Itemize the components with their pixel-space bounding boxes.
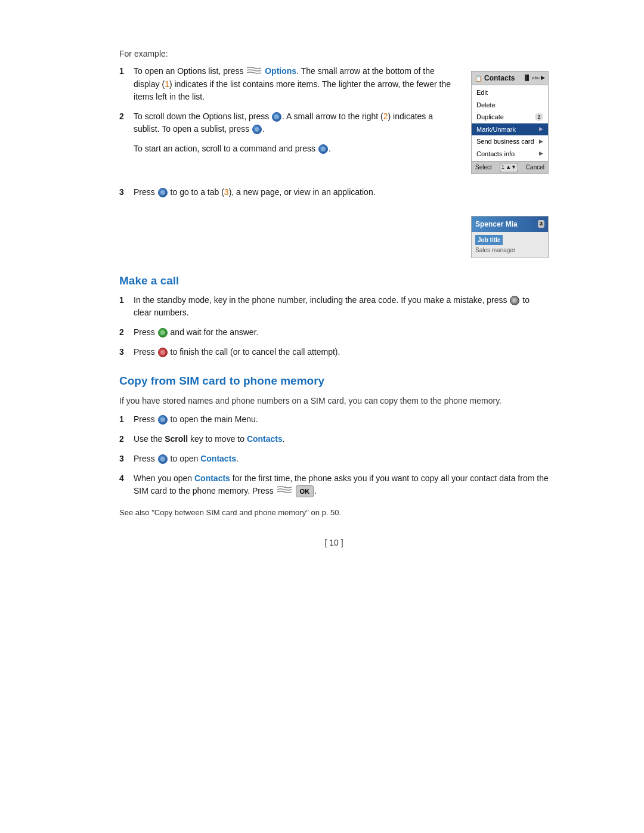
step-text-2: To scroll down the Options list, press .… (134, 110, 453, 135)
num-3-orange: 3 (224, 187, 229, 197)
make-call-text-3: Press to finish the call (or to cancel t… (134, 346, 549, 358)
nav-circle-icon-2 (252, 125, 262, 134)
contacts-title: Contacts (484, 73, 515, 83)
copy-step-2: 2 Use the Scroll key to move to Contacts… (119, 433, 549, 445)
copy-text-2: Use the Scroll key to move to Contacts. (134, 433, 549, 445)
page-number: [ 10 ] (119, 537, 549, 549)
nav-circle-icon-4 (158, 188, 168, 197)
copy-text-3: Press to open Contacts. (134, 453, 549, 465)
copy-num-4: 4 (119, 472, 128, 498)
step3-text-area: 3 Press to go to a tab (3), a new page, … (119, 186, 465, 258)
make-call-text-1: In the standby mode, key in the phone nu… (134, 294, 549, 319)
contacts-link-2: Contacts (200, 454, 236, 463)
step-text-3: Press to go to a tab (3), a new page, or… (134, 186, 465, 199)
spencer-card: Spencer Mia 3 Job title Sales manager (471, 216, 549, 258)
menu-key-icon (246, 66, 262, 78)
card-body: Job title Sales manager (472, 232, 548, 258)
step-num-2: 2 (119, 110, 128, 135)
steps-text-col1: 1 To open an Options list, press Options… (119, 65, 453, 162)
nav-circle-icon-1 (272, 112, 281, 122)
steps-with-image-section: 1 To open an Options list, press Options… (119, 65, 549, 174)
copy-step-4: 4 When you open Contacts for the first t… (119, 472, 549, 498)
copy-step-1: 1 Press to open the main Menu. (119, 413, 549, 426)
menu-item-delete: Delete (472, 99, 548, 112)
menu-item-edit: Edit (472, 86, 548, 99)
card-badge-3: 3 (538, 220, 544, 228)
make-call-step-1: 1 In the standby mode, key in the phone … (119, 294, 549, 319)
to-start-action: To start an action, scroll to a command … (134, 143, 453, 155)
contacts-link-1: Contacts (247, 434, 283, 444)
nav-circle-icon-3 (318, 144, 328, 154)
menu-item-markunmark: Mark/Unmark ▶ (472, 123, 548, 136)
footer-select: Select (475, 163, 492, 172)
copy-text-4: When you open Contacts for the first tim… (134, 472, 549, 498)
make-call-text-2: Press and wait for the answer. (134, 326, 549, 339)
contacts-screen: 📋 Contacts ▐▌ abc ▶ Edit Delete (471, 71, 549, 174)
make-call-num-1: 1 (119, 294, 128, 319)
copy-num-1: 1 (119, 413, 128, 426)
menu-icon-2 (158, 454, 168, 464)
make-call-step-3: 3 Press to finish the call (or to cancel… (119, 346, 549, 358)
menu-icon-1 (158, 415, 168, 425)
make-call-step-2: 2 Press and wait for the answer. (119, 326, 549, 339)
contacts-footer: Select 1 ▲▼ Cancel (472, 161, 548, 174)
contacts-screen-header: 📋 Contacts ▐▌ abc ▶ (472, 72, 548, 85)
arrow-icon-3: ▶ (539, 150, 543, 158)
ok-button: OK (296, 485, 314, 498)
make-call-num-2: 2 (119, 326, 128, 339)
step3-row: 3 Press to go to a tab (3), a new page, … (119, 186, 549, 258)
step-item-2: 2 To scroll down the Options list, press… (119, 110, 453, 135)
step-item-3: 3 Press to go to a tab (3), a new page, … (119, 186, 465, 199)
call-icon (158, 328, 168, 337)
contacts-icon-small: 📋 (475, 74, 482, 83)
right-column: 📋 Contacts ▐▌ abc ▶ Edit Delete (471, 65, 549, 174)
copy-section-heading: Copy from SIM card to phone memory (119, 373, 549, 390)
badge-2: 2 (535, 113, 543, 121)
abc-label: abc (532, 75, 540, 82)
copy-step-3: 3 Press to open Contacts. (119, 453, 549, 465)
num-2-orange: 2 (383, 112, 388, 121)
see-also-text: See also "Copy between SIM card and phon… (119, 507, 549, 519)
for-example-label: For example: (119, 48, 549, 60)
make-a-call-heading: Make a call (119, 272, 549, 290)
job-title-value: Sales manager (475, 246, 544, 255)
num-1-orange: 1 (165, 79, 169, 89)
footer-stepper: 1 ▲▼ (500, 163, 518, 172)
job-title-label: Job title (475, 235, 503, 245)
copy-num-2: 2 (119, 433, 128, 445)
header-icons: ▐▌ abc ▶ (523, 74, 545, 82)
menu-item-duplicate: Duplicate 2 (472, 111, 548, 123)
card-header: Spencer Mia 3 (472, 216, 548, 232)
step-num-3: 3 (119, 186, 128, 199)
step-num-1: 1 (119, 65, 128, 103)
contacts-link-3: Contacts (194, 473, 230, 483)
spencer-name: Spencer Mia (475, 219, 518, 230)
make-call-num-3: 3 (119, 346, 128, 358)
page: For example: 1 To open an Options list, … (0, 0, 644, 833)
arrow-icon: ▶ (539, 125, 543, 134)
contacts-menu-list: Edit Delete Duplicate 2 Mark/Unmark ▶ Se… (472, 85, 548, 161)
signal-icon: ▐▌ (523, 74, 531, 82)
step-item-1: 1 To open an Options list, press Options… (119, 65, 453, 103)
copy-text-1: Press to open the main Menu. (134, 413, 549, 426)
copy-section-intro: If you have stored names and phone numbe… (119, 395, 549, 407)
menu-item-contacts-info: Contacts info ▶ (472, 148, 548, 160)
content-area: For example: 1 To open an Options list, … (119, 48, 549, 549)
scroll-bold: Scroll (165, 434, 188, 444)
step-text-1: To open an Options list, press Options. … (134, 65, 453, 103)
arrow-right-icon: ▶ (541, 74, 545, 82)
end-call-icon (158, 348, 168, 357)
options-link: Options (265, 66, 296, 76)
menu-key-icon-2 (276, 485, 293, 497)
footer-cancel: Cancel (526, 163, 544, 172)
arrow-icon-2: ▶ (539, 138, 543, 146)
clear-icon (510, 296, 519, 305)
menu-item-send-business: Send business card ▶ (472, 135, 548, 148)
copy-num-3: 3 (119, 453, 128, 465)
